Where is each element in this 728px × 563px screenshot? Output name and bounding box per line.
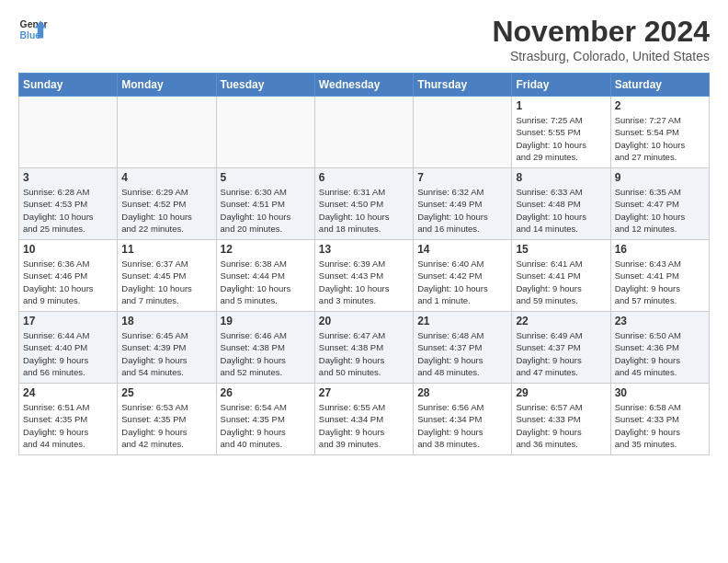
day-number: 13	[319, 243, 409, 256]
day-info: Sunrise: 6:49 AM Sunset: 4:37 PM Dayligh…	[516, 329, 606, 378]
day-number: 20	[319, 315, 409, 327]
calendar-cell: 18Sunrise: 6:45 AM Sunset: 4:39 PM Dayli…	[118, 312, 216, 384]
day-number: 27	[319, 386, 409, 399]
day-info: Sunrise: 6:37 AM Sunset: 4:45 PM Dayligh…	[121, 258, 211, 306]
day-number: 10	[23, 243, 113, 256]
day-info: Sunrise: 6:45 AM Sunset: 4:39 PM Dayligh…	[121, 329, 211, 378]
day-number: 5	[221, 171, 311, 184]
day-number: 29	[516, 386, 606, 399]
day-info: Sunrise: 7:25 AM Sunset: 5:55 PM Dayligh…	[516, 114, 606, 163]
day-number: 22	[516, 315, 606, 327]
calendar-cell: 6Sunrise: 6:31 AM Sunset: 4:50 PM Daylig…	[314, 168, 413, 240]
calendar-cell: 5Sunrise: 6:30 AM Sunset: 4:51 PM Daylig…	[216, 168, 314, 240]
day-number: 9	[615, 171, 705, 184]
day-info: Sunrise: 6:40 AM Sunset: 4:42 PM Dayligh…	[417, 258, 507, 306]
page: General Blue November 2024 Strasburg, Co…	[0, 0, 728, 563]
calendar-cell: 8Sunrise: 6:33 AM Sunset: 4:48 PM Daylig…	[512, 168, 610, 240]
calendar-cell: 29Sunrise: 6:57 AM Sunset: 4:33 PM Dayli…	[512, 384, 610, 455]
calendar-cell: 19Sunrise: 6:46 AM Sunset: 4:38 PM Dayli…	[216, 312, 314, 384]
calendar-cell: 21Sunrise: 6:48 AM Sunset: 4:37 PM Dayli…	[414, 312, 512, 384]
calendar-cell	[414, 97, 512, 168]
calendar-cell: 9Sunrise: 6:35 AM Sunset: 4:47 PM Daylig…	[610, 168, 709, 240]
day-info: Sunrise: 6:51 AM Sunset: 4:35 PM Dayligh…	[23, 401, 113, 450]
day-info: Sunrise: 6:58 AM Sunset: 4:33 PM Dayligh…	[615, 401, 705, 450]
day-info: Sunrise: 6:39 AM Sunset: 4:43 PM Dayligh…	[319, 258, 409, 306]
weekday-header-saturday: Saturday	[610, 74, 709, 97]
day-info: Sunrise: 6:29 AM Sunset: 4:52 PM Dayligh…	[121, 186, 211, 235]
weekday-header-tuesday: Tuesday	[216, 74, 314, 97]
day-info: Sunrise: 6:54 AM Sunset: 4:35 PM Dayligh…	[221, 401, 311, 450]
day-number: 1	[516, 99, 606, 112]
day-number: 6	[319, 171, 409, 184]
calendar-cell	[118, 97, 216, 168]
calendar-cell	[19, 97, 118, 168]
calendar-cell: 12Sunrise: 6:38 AM Sunset: 4:44 PM Dayli…	[216, 240, 314, 312]
calendar-cell: 10Sunrise: 6:36 AM Sunset: 4:46 PM Dayli…	[19, 240, 118, 312]
calendar-cell: 24Sunrise: 6:51 AM Sunset: 4:35 PM Dayli…	[19, 384, 118, 455]
calendar-cell: 13Sunrise: 6:39 AM Sunset: 4:43 PM Dayli…	[314, 240, 413, 312]
title-area: November 2024 Strasburg, Colorado, Unite…	[492, 15, 710, 63]
month-title: November 2024	[492, 15, 710, 49]
calendar-cell: 11Sunrise: 6:37 AM Sunset: 4:45 PM Dayli…	[118, 240, 216, 312]
weekday-header-thursday: Thursday	[414, 74, 512, 97]
day-info: Sunrise: 6:30 AM Sunset: 4:51 PM Dayligh…	[221, 186, 311, 235]
day-info: Sunrise: 6:53 AM Sunset: 4:35 PM Dayligh…	[121, 401, 211, 450]
day-number: 17	[23, 315, 113, 327]
calendar-cell: 22Sunrise: 6:49 AM Sunset: 4:37 PM Dayli…	[512, 312, 610, 384]
location: Strasburg, Colorado, United States	[492, 49, 710, 63]
day-info: Sunrise: 6:48 AM Sunset: 4:37 PM Dayligh…	[417, 329, 507, 378]
calendar-cell: 23Sunrise: 6:50 AM Sunset: 4:36 PM Dayli…	[610, 312, 709, 384]
day-number: 4	[121, 171, 211, 184]
day-number: 24	[23, 386, 113, 399]
day-number: 25	[121, 386, 211, 399]
header: General Blue November 2024 Strasburg, Co…	[18, 15, 710, 63]
day-number: 8	[516, 171, 606, 184]
weekday-header-monday: Monday	[118, 74, 216, 97]
day-info: Sunrise: 6:56 AM Sunset: 4:34 PM Dayligh…	[417, 401, 507, 450]
day-number: 2	[615, 99, 705, 112]
day-number: 23	[615, 315, 705, 327]
day-number: 28	[417, 386, 507, 399]
day-info: Sunrise: 6:57 AM Sunset: 4:33 PM Dayligh…	[516, 401, 606, 450]
calendar-cell: 26Sunrise: 6:54 AM Sunset: 4:35 PM Dayli…	[216, 384, 314, 455]
weekday-header-row: SundayMondayTuesdayWednesdayThursdayFrid…	[19, 74, 710, 97]
day-info: Sunrise: 6:32 AM Sunset: 4:49 PM Dayligh…	[417, 186, 507, 235]
calendar-cell: 30Sunrise: 6:58 AM Sunset: 4:33 PM Dayli…	[610, 384, 709, 455]
week-row-2: 3Sunrise: 6:28 AM Sunset: 4:53 PM Daylig…	[19, 168, 710, 240]
calendar: SundayMondayTuesdayWednesdayThursdayFrid…	[18, 73, 710, 455]
calendar-cell: 1Sunrise: 7:25 AM Sunset: 5:55 PM Daylig…	[512, 97, 610, 168]
day-number: 7	[417, 171, 507, 184]
week-row-3: 10Sunrise: 6:36 AM Sunset: 4:46 PM Dayli…	[19, 240, 710, 312]
day-number: 26	[221, 386, 311, 399]
week-row-1: 1Sunrise: 7:25 AM Sunset: 5:55 PM Daylig…	[19, 97, 710, 168]
calendar-cell: 16Sunrise: 6:43 AM Sunset: 4:41 PM Dayli…	[610, 240, 709, 312]
day-number: 19	[221, 315, 311, 327]
logo: General Blue	[18, 15, 48, 44]
day-info: Sunrise: 6:47 AM Sunset: 4:38 PM Dayligh…	[319, 329, 409, 378]
weekday-header-sunday: Sunday	[19, 74, 118, 97]
week-row-5: 24Sunrise: 6:51 AM Sunset: 4:35 PM Dayli…	[19, 384, 710, 455]
day-number: 30	[615, 386, 705, 399]
calendar-cell: 17Sunrise: 6:44 AM Sunset: 4:40 PM Dayli…	[19, 312, 118, 384]
day-info: Sunrise: 6:31 AM Sunset: 4:50 PM Dayligh…	[319, 186, 409, 235]
calendar-cell: 14Sunrise: 6:40 AM Sunset: 4:42 PM Dayli…	[414, 240, 512, 312]
calendar-cell: 3Sunrise: 6:28 AM Sunset: 4:53 PM Daylig…	[19, 168, 118, 240]
calendar-cell: 27Sunrise: 6:55 AM Sunset: 4:34 PM Dayli…	[314, 384, 413, 455]
weekday-header-wednesday: Wednesday	[314, 74, 413, 97]
week-row-4: 17Sunrise: 6:44 AM Sunset: 4:40 PM Dayli…	[19, 312, 710, 384]
day-number: 18	[121, 315, 211, 327]
day-number: 15	[516, 243, 606, 256]
day-info: Sunrise: 6:43 AM Sunset: 4:41 PM Dayligh…	[615, 258, 705, 306]
calendar-cell	[216, 97, 314, 168]
day-info: Sunrise: 7:27 AM Sunset: 5:54 PM Dayligh…	[615, 114, 705, 163]
day-info: Sunrise: 6:46 AM Sunset: 4:38 PM Dayligh…	[221, 329, 311, 378]
day-number: 11	[121, 243, 211, 256]
day-info: Sunrise: 6:50 AM Sunset: 4:36 PM Dayligh…	[615, 329, 705, 378]
calendar-cell: 25Sunrise: 6:53 AM Sunset: 4:35 PM Dayli…	[118, 384, 216, 455]
calendar-cell: 20Sunrise: 6:47 AM Sunset: 4:38 PM Dayli…	[314, 312, 413, 384]
day-info: Sunrise: 6:44 AM Sunset: 4:40 PM Dayligh…	[23, 329, 113, 378]
day-info: Sunrise: 6:28 AM Sunset: 4:53 PM Dayligh…	[23, 186, 113, 235]
calendar-cell: 15Sunrise: 6:41 AM Sunset: 4:41 PM Dayli…	[512, 240, 610, 312]
calendar-cell: 7Sunrise: 6:32 AM Sunset: 4:49 PM Daylig…	[414, 168, 512, 240]
day-info: Sunrise: 6:35 AM Sunset: 4:47 PM Dayligh…	[615, 186, 705, 235]
